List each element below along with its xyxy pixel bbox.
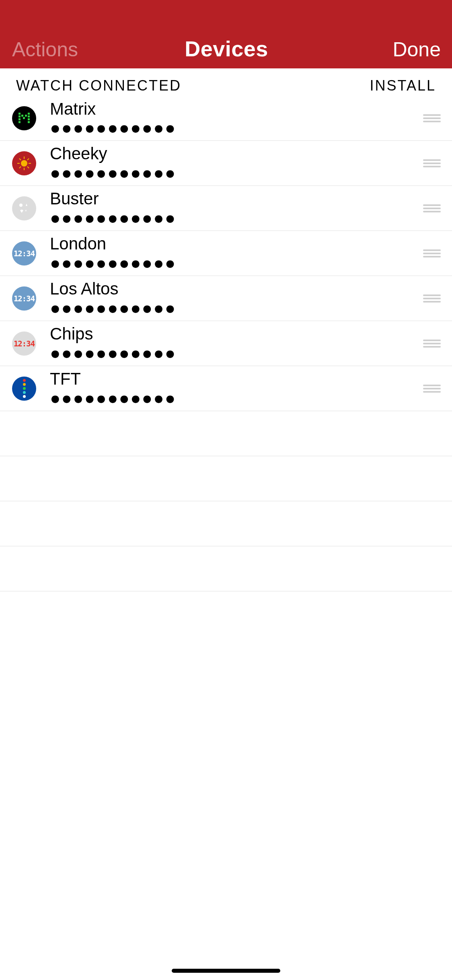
list-item-text: Los Altos ●●●●●●●●●●● [36,280,423,317]
color-swatch-dots: ●●●●●●●●●●● [50,389,423,407]
list-item-title: London [50,235,423,253]
svg-line-18 [27,159,29,160]
color-swatch-dots: ●●●●●●●●●●● [50,344,423,362]
page-title: Devices [185,36,268,61]
svg-line-19 [19,167,21,168]
list-item[interactable]: * Buster ●●●●●●●●●●● [0,186,452,231]
empty-row [0,546,452,591]
navigation-bar: Actions Devices Done [0,0,452,68]
clock-time-label: 12:34 [14,249,35,258]
drag-handle-icon[interactable] [423,340,441,348]
svg-rect-2 [18,118,21,120]
svg-rect-10 [23,117,25,119]
list-item[interactable]: 12:34 Los Altos ●●●●●●●●●●● [0,276,452,321]
empty-row [0,411,452,456]
svg-rect-5 [28,115,30,117]
svg-rect-0 [18,113,21,115]
drag-handle-icon[interactable] [423,204,441,212]
section-header-left: WATCH CONNECTED [16,77,181,94]
svg-point-20 [19,204,23,207]
list-item[interactable]: 12:34 London ●●●●●●●●●●● [0,231,452,276]
sun-icon [12,151,36,175]
traffic-light-icon [12,377,36,401]
list-item-title: Cheeky [50,144,423,163]
done-button[interactable]: Done [352,38,441,61]
list-item[interactable]: Matrix ●●●●●●●●●●● [0,96,452,141]
color-swatch-dots: ●●●●●●●●●●● [50,299,423,317]
section-header: WATCH CONNECTED INSTALL [0,68,452,94]
section-header-right[interactable]: INSTALL [370,77,436,94]
watch-faces-list: Matrix ●●●●●●●●●●● Cheeky ●●●●●●●●●●● [0,96,452,591]
svg-rect-9 [25,115,27,117]
list-item-title: Los Altos [50,280,423,298]
list-item-title: Chips [50,325,423,343]
actions-button[interactable]: Actions [12,38,101,61]
svg-rect-8 [21,115,23,117]
clock-time-label: 12:34 [14,339,35,348]
matrix-icon [12,106,36,130]
list-item-title: TFT [50,370,423,388]
clock-gray-icon: 12:34 [12,331,36,356]
color-swatch-dots: ●●●●●●●●●●● [50,164,423,182]
color-swatch-dots: ●●●●●●●●●●● [50,209,423,227]
color-swatch-dots: ●●●●●●●●●●● [50,254,423,272]
home-indicator[interactable] [172,969,280,973]
drag-handle-icon[interactable] [423,249,441,257]
svg-rect-3 [18,121,21,123]
svg-rect-1 [18,115,21,117]
list-item-text: Chips ●●●●●●●●●●● [36,325,423,362]
list-item-text: Matrix ●●●●●●●●●●● [36,100,423,137]
svg-line-16 [19,159,21,160]
drag-handle-icon[interactable] [423,294,441,303]
drag-handle-icon[interactable] [423,114,441,122]
empty-row [0,501,452,546]
list-item[interactable]: Cheeky ●●●●●●●●●●● [0,141,452,186]
list-item-text: TFT ●●●●●●●●●●● [36,370,423,407]
drag-handle-icon[interactable] [423,159,441,167]
list-item-text: London ●●●●●●●●●●● [36,235,423,272]
weather-icon: * [12,196,36,220]
list-item[interactable]: 12:34 Chips ●●●●●●●●●●● [0,321,452,366]
clock-time-label: 12:34 [14,294,35,303]
svg-line-17 [27,167,29,168]
svg-point-11 [21,160,27,167]
list-item-title: Buster [50,189,423,208]
svg-rect-7 [28,121,30,123]
list-item-text: Cheeky ●●●●●●●●●●● [36,144,423,181]
list-item[interactable]: TFT ●●●●●●●●●●● [0,366,452,411]
svg-text:*: * [25,209,27,214]
list-item-title: Matrix [50,100,423,118]
drag-handle-icon[interactable] [423,385,441,393]
empty-row [0,456,452,501]
list-item-text: Buster ●●●●●●●●●●● [36,189,423,226]
clock-blue-icon: 12:34 [12,241,36,266]
svg-rect-6 [28,118,30,120]
clock-blue-icon: 12:34 [12,286,36,311]
svg-rect-4 [28,113,30,115]
color-swatch-dots: ●●●●●●●●●●● [50,119,423,137]
